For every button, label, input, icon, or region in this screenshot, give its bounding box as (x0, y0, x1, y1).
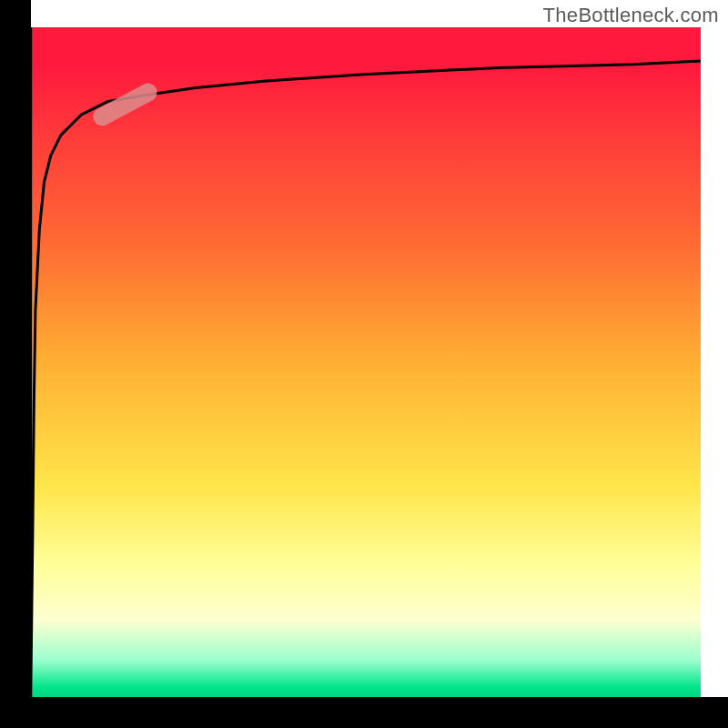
source-watermark: TheBottleneck.com (543, 4, 719, 27)
chart-frame: TheBottleneck.com (0, 0, 728, 728)
x-axis-border (0, 697, 728, 728)
y-axis-border (0, 0, 31, 728)
gradient-plot-area (27, 27, 701, 701)
